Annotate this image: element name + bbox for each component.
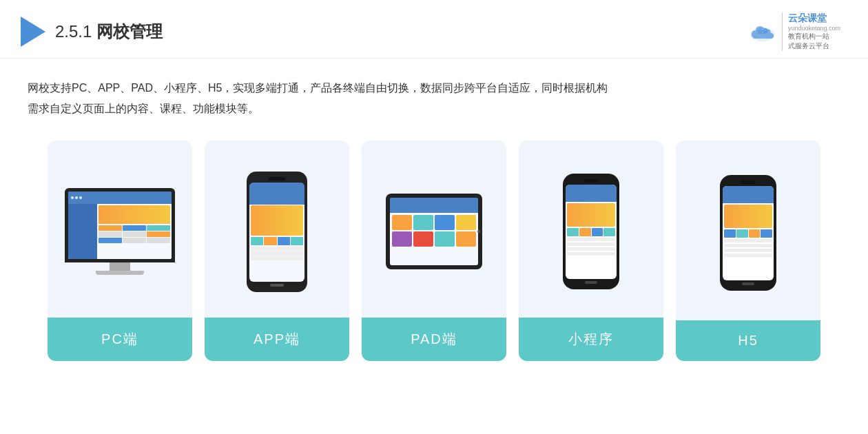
description-line2: 需求自定义页面上的内容、课程、功能模块等。	[28, 103, 259, 114]
page-title: 2.5.1 网校管理	[55, 21, 163, 43]
title-bold: 网校管理	[96, 22, 163, 41]
description-line1: 网校支持PC、APP、PAD、小程序、H5，实现多端打通，产品各终端自由切换，数…	[28, 82, 608, 94]
card-pad-label: PAD端	[362, 318, 506, 361]
card-miniapp-body	[519, 141, 663, 318]
brand-logo: 云朵 云朵课堂 yunduoketang.com 教育机构一站 式服务云平台	[747, 12, 840, 51]
logo-url: yunduoketang.com	[788, 25, 840, 32]
mini-phone-outer-miniapp	[563, 174, 619, 289]
card-h5-body	[676, 141, 820, 320]
card-h5: H5	[676, 141, 820, 361]
card-h5-label: H5	[676, 320, 820, 361]
mockup-pad	[386, 194, 482, 269]
header-left: 2.5.1 网校管理	[21, 17, 163, 47]
cloud-icon: 云朵	[747, 19, 778, 44]
svg-text:云朵: 云朵	[757, 28, 769, 34]
mockup-desktop	[65, 188, 175, 275]
page-container: 2.5.1 网校管理 云朵 云朵课堂 yunduoketang.com 教育机构…	[0, 0, 868, 434]
title-prefix: 2.5.1	[55, 22, 96, 41]
logo-triangle-icon	[21, 17, 45, 47]
mockup-phone-app	[247, 172, 307, 292]
monitor-screen	[68, 192, 172, 259]
card-miniapp: 小程序	[519, 141, 663, 361]
header-right: 云朵 云朵课堂 yunduoketang.com 教育机构一站 式服务云平台	[747, 12, 840, 51]
card-app-label: APP端	[205, 318, 349, 361]
monitor-screen-content	[68, 192, 172, 259]
description-block: 网校支持PC、APP、PAD、小程序、H5，实现多端打通，产品各终端自由切换，数…	[0, 59, 868, 134]
logo-text-block: 云朵课堂 yunduoketang.com 教育机构一站 式服务云平台	[782, 12, 840, 51]
card-miniapp-label: 小程序	[519, 318, 663, 361]
card-pc-body	[48, 141, 192, 318]
header: 2.5.1 网校管理 云朵 云朵课堂 yunduoketang.com 教育机构…	[0, 0, 868, 59]
logo-main-text: 云朵课堂	[788, 12, 827, 25]
pad-outer	[386, 194, 482, 269]
mockup-mini-phone-miniapp	[563, 174, 619, 289]
mini-phone-outer-h5	[720, 175, 776, 291]
phone-outer	[247, 172, 307, 292]
card-app: APP端	[205, 141, 349, 361]
monitor-outer	[65, 188, 175, 262]
card-pc-label: PC端	[48, 318, 192, 361]
card-pad: PAD端	[362, 141, 506, 361]
logo-tagline: 教育机构一站 式服务云平台	[788, 32, 829, 51]
mockup-mini-phone-h5	[720, 175, 776, 291]
cards-section: PC端	[0, 134, 868, 382]
card-pad-body	[362, 141, 506, 318]
card-app-body	[205, 141, 349, 318]
card-pc: PC端	[48, 141, 192, 361]
